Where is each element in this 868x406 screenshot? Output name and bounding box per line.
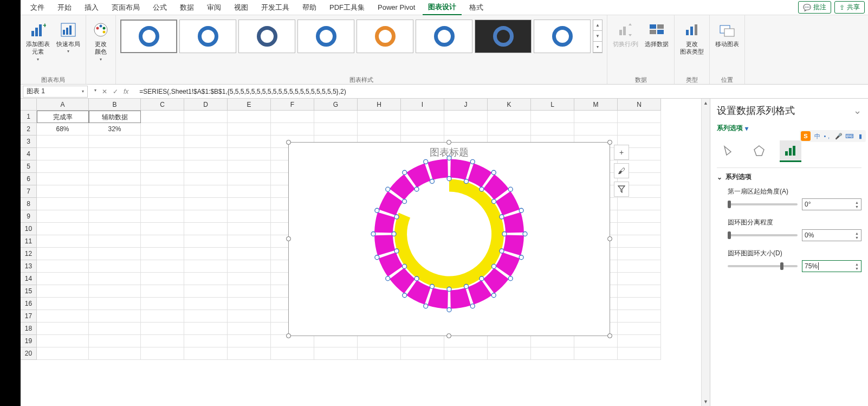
cell-H2[interactable] [358,123,401,136]
cell-B15[interactable] [89,285,141,298]
cell-G2[interactable] [314,123,358,136]
cell-D10[interactable] [184,223,228,235]
cell-N18[interactable] [618,323,661,335]
ime-mic-icon[interactable]: 🎤 [834,132,843,140]
cell-A6[interactable] [37,173,89,185]
cell-J20[interactable] [444,347,488,360]
cell-A11[interactable] [37,235,89,248]
ime-keyboard-icon[interactable]: ⌨ [845,132,854,140]
cell-C19[interactable] [141,335,184,347]
cell-G1[interactable] [314,111,358,123]
cell-N16[interactable] [618,298,661,310]
first-angle-input[interactable]: 0°▲▼ [802,198,861,210]
add-chart-element-button[interactable]: + 添加图表 元素 ▾ [25,20,51,63]
cell-C7[interactable] [141,185,184,198]
col-header-B[interactable]: B [89,99,141,111]
cell-N15[interactable] [618,285,661,298]
cell-C10[interactable] [141,223,184,235]
cell-G20[interactable] [314,347,358,360]
name-box[interactable]: 图表 1 ▾ [23,86,88,98]
cell-B8[interactable] [89,198,141,210]
cell-D9[interactable] [184,210,228,223]
tab-review[interactable]: 审阅 [202,1,226,15]
cell-C2[interactable] [141,123,184,136]
cell-E7[interactable] [228,185,271,198]
hole-size-slider[interactable] [728,265,798,267]
cell-K19[interactable] [488,335,531,347]
spinner-icon[interactable]: ▲▼ [855,262,859,270]
tab-data[interactable]: 数据 [174,1,199,15]
row-header-18[interactable]: 18 [21,323,37,335]
cell-D17[interactable] [184,310,228,323]
cell-C3[interactable] [141,136,184,148]
cell-A3[interactable] [37,136,89,148]
chart-styles-button[interactable]: 🖌 [614,163,629,178]
explosion-input[interactable]: 0%▲▼ [802,229,861,241]
cell-D8[interactable] [184,198,228,210]
row-header-6[interactable]: 6 [21,173,37,185]
row-header-19[interactable]: 19 [21,335,37,347]
row-header-15[interactable]: 15 [21,285,37,298]
cell-E2[interactable] [228,123,271,136]
cell-D7[interactable] [184,185,228,198]
cell-B2[interactable]: 32% [89,123,141,136]
cell-J2[interactable] [444,123,488,136]
col-header-F[interactable]: F [271,99,314,111]
row-header-11[interactable]: 11 [21,235,37,248]
row-header-8[interactable]: 8 [21,198,37,210]
cell-F1[interactable] [271,111,314,123]
tab-powerpivot[interactable]: Power Pivot [372,1,420,14]
cell-B9[interactable] [89,210,141,223]
series-category-icon[interactable] [780,140,801,162]
cell-C1[interactable] [141,111,184,123]
cell-C4[interactable] [141,148,184,160]
cell-K2[interactable] [488,123,531,136]
col-header-I[interactable]: I [401,99,444,111]
resize-handle-w[interactable] [286,236,291,241]
row-header-17[interactable]: 17 [21,310,37,323]
cell-N11[interactable] [618,235,661,248]
cell-N1[interactable] [618,111,661,123]
cell-A5[interactable] [37,160,89,173]
cell-A13[interactable] [37,260,89,273]
cell-C5[interactable] [141,160,184,173]
resize-handle-e[interactable] [607,236,612,241]
chart-style-6[interactable] [416,20,472,53]
chart-object[interactable]: 图表标题 [288,142,610,336]
resize-handle-ne[interactable] [607,140,612,145]
vertical-scrollbar[interactable]: ▲ ▼ [701,99,710,406]
cell-C6[interactable] [141,173,184,185]
comments-button[interactable]: 💬批注 [798,1,831,14]
cell-N8[interactable] [618,198,661,210]
cell-A7[interactable] [37,185,89,198]
cell-J1[interactable] [444,111,488,123]
move-chart-button[interactable]: 移动图表 [714,20,740,49]
cell-D2[interactable] [184,123,228,136]
chart-style-1[interactable] [120,20,177,53]
col-header-A[interactable]: A [37,99,89,111]
chart-style-2[interactable] [179,20,236,53]
row-header-16[interactable]: 16 [21,298,37,310]
cell-C11[interactable] [141,235,184,248]
cell-K20[interactable] [488,347,531,360]
cell-C17[interactable] [141,310,184,323]
cell-A8[interactable] [37,198,89,210]
cell-B12[interactable] [89,248,141,260]
cell-A2[interactable]: 68% [37,123,89,136]
explosion-slider[interactable] [728,234,798,236]
tab-help[interactable]: 帮助 [297,1,322,15]
dropdown-icon[interactable]: ▾ [94,88,96,95]
row-header-2[interactable]: 2 [21,123,37,136]
cell-D5[interactable] [184,160,228,173]
cell-D1[interactable] [184,111,228,123]
cell-C14[interactable] [141,273,184,285]
cell-N2[interactable] [618,123,661,136]
cell-N14[interactable] [618,273,661,285]
cell-D16[interactable] [184,298,228,310]
resize-handle-s[interactable] [446,333,451,338]
select-all-corner[interactable] [21,99,37,111]
cell-H1[interactable] [358,111,401,123]
cell-A17[interactable] [37,310,89,323]
col-header-D[interactable]: D [184,99,228,111]
first-angle-slider[interactable] [728,203,798,205]
